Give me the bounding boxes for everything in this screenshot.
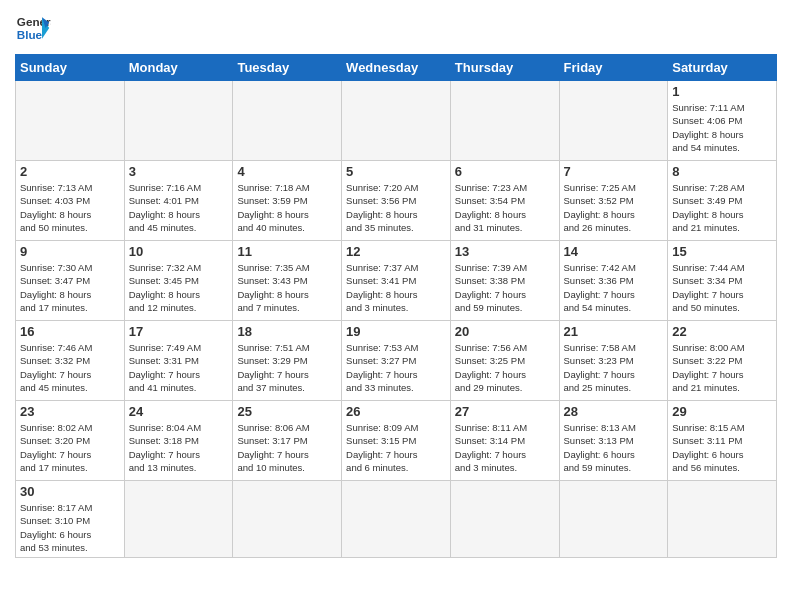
day-number: 8 bbox=[672, 164, 772, 179]
day-info: Sunrise: 7:37 AM Sunset: 3:41 PM Dayligh… bbox=[346, 261, 446, 314]
calendar-cell bbox=[342, 481, 451, 558]
header-sunday: Sunday bbox=[16, 55, 125, 81]
day-number: 21 bbox=[564, 324, 664, 339]
day-number: 6 bbox=[455, 164, 555, 179]
calendar-cell: 21Sunrise: 7:58 AM Sunset: 3:23 PM Dayli… bbox=[559, 321, 668, 401]
day-info: Sunrise: 7:30 AM Sunset: 3:47 PM Dayligh… bbox=[20, 261, 120, 314]
day-info: Sunrise: 8:11 AM Sunset: 3:14 PM Dayligh… bbox=[455, 421, 555, 474]
day-number: 3 bbox=[129, 164, 229, 179]
day-info: Sunrise: 7:32 AM Sunset: 3:45 PM Dayligh… bbox=[129, 261, 229, 314]
day-info: Sunrise: 7:42 AM Sunset: 3:36 PM Dayligh… bbox=[564, 261, 664, 314]
calendar-cell: 28Sunrise: 8:13 AM Sunset: 3:13 PM Dayli… bbox=[559, 401, 668, 481]
day-info: Sunrise: 7:16 AM Sunset: 4:01 PM Dayligh… bbox=[129, 181, 229, 234]
day-number: 30 bbox=[20, 484, 120, 499]
calendar-cell: 24Sunrise: 8:04 AM Sunset: 3:18 PM Dayli… bbox=[124, 401, 233, 481]
svg-text:Blue: Blue bbox=[17, 28, 43, 41]
calendar-cell: 3Sunrise: 7:16 AM Sunset: 4:01 PM Daylig… bbox=[124, 161, 233, 241]
calendar-week-2: 2Sunrise: 7:13 AM Sunset: 4:03 PM Daylig… bbox=[16, 161, 777, 241]
day-info: Sunrise: 8:02 AM Sunset: 3:20 PM Dayligh… bbox=[20, 421, 120, 474]
calendar-cell: 1Sunrise: 7:11 AM Sunset: 4:06 PM Daylig… bbox=[668, 81, 777, 161]
day-info: Sunrise: 7:49 AM Sunset: 3:31 PM Dayligh… bbox=[129, 341, 229, 394]
day-info: Sunrise: 7:35 AM Sunset: 3:43 PM Dayligh… bbox=[237, 261, 337, 314]
calendar-cell: 10Sunrise: 7:32 AM Sunset: 3:45 PM Dayli… bbox=[124, 241, 233, 321]
day-info: Sunrise: 7:51 AM Sunset: 3:29 PM Dayligh… bbox=[237, 341, 337, 394]
calendar-cell: 5Sunrise: 7:20 AM Sunset: 3:56 PM Daylig… bbox=[342, 161, 451, 241]
calendar-cell bbox=[342, 81, 451, 161]
calendar-cell: 15Sunrise: 7:44 AM Sunset: 3:34 PM Dayli… bbox=[668, 241, 777, 321]
day-info: Sunrise: 7:58 AM Sunset: 3:23 PM Dayligh… bbox=[564, 341, 664, 394]
day-number: 15 bbox=[672, 244, 772, 259]
day-info: Sunrise: 7:20 AM Sunset: 3:56 PM Dayligh… bbox=[346, 181, 446, 234]
day-info: Sunrise: 8:00 AM Sunset: 3:22 PM Dayligh… bbox=[672, 341, 772, 394]
calendar-cell bbox=[233, 81, 342, 161]
day-info: Sunrise: 7:18 AM Sunset: 3:59 PM Dayligh… bbox=[237, 181, 337, 234]
day-number: 19 bbox=[346, 324, 446, 339]
calendar-table: SundayMondayTuesdayWednesdayThursdayFrid… bbox=[15, 54, 777, 558]
header-wednesday: Wednesday bbox=[342, 55, 451, 81]
day-info: Sunrise: 7:53 AM Sunset: 3:27 PM Dayligh… bbox=[346, 341, 446, 394]
day-info: Sunrise: 7:56 AM Sunset: 3:25 PM Dayligh… bbox=[455, 341, 555, 394]
calendar-cell bbox=[16, 81, 125, 161]
header-saturday: Saturday bbox=[668, 55, 777, 81]
day-info: Sunrise: 7:39 AM Sunset: 3:38 PM Dayligh… bbox=[455, 261, 555, 314]
day-number: 5 bbox=[346, 164, 446, 179]
day-number: 14 bbox=[564, 244, 664, 259]
calendar-cell: 18Sunrise: 7:51 AM Sunset: 3:29 PM Dayli… bbox=[233, 321, 342, 401]
logo: General Blue bbox=[15, 10, 51, 46]
day-number: 17 bbox=[129, 324, 229, 339]
calendar-cell: 8Sunrise: 7:28 AM Sunset: 3:49 PM Daylig… bbox=[668, 161, 777, 241]
calendar-week-4: 16Sunrise: 7:46 AM Sunset: 3:32 PM Dayli… bbox=[16, 321, 777, 401]
day-number: 9 bbox=[20, 244, 120, 259]
day-info: Sunrise: 7:11 AM Sunset: 4:06 PM Dayligh… bbox=[672, 101, 772, 154]
calendar-cell bbox=[124, 81, 233, 161]
header-tuesday: Tuesday bbox=[233, 55, 342, 81]
calendar-cell: 6Sunrise: 7:23 AM Sunset: 3:54 PM Daylig… bbox=[450, 161, 559, 241]
day-number: 12 bbox=[346, 244, 446, 259]
calendar-cell: 25Sunrise: 8:06 AM Sunset: 3:17 PM Dayli… bbox=[233, 401, 342, 481]
page-header: General Blue bbox=[15, 10, 777, 46]
header-monday: Monday bbox=[124, 55, 233, 81]
day-number: 22 bbox=[672, 324, 772, 339]
calendar-cell: 19Sunrise: 7:53 AM Sunset: 3:27 PM Dayli… bbox=[342, 321, 451, 401]
calendar-week-3: 9Sunrise: 7:30 AM Sunset: 3:47 PM Daylig… bbox=[16, 241, 777, 321]
day-number: 24 bbox=[129, 404, 229, 419]
calendar-cell bbox=[450, 81, 559, 161]
calendar-cell bbox=[233, 481, 342, 558]
day-info: Sunrise: 8:13 AM Sunset: 3:13 PM Dayligh… bbox=[564, 421, 664, 474]
day-number: 13 bbox=[455, 244, 555, 259]
calendar-cell: 9Sunrise: 7:30 AM Sunset: 3:47 PM Daylig… bbox=[16, 241, 125, 321]
day-number: 4 bbox=[237, 164, 337, 179]
calendar-cell: 29Sunrise: 8:15 AM Sunset: 3:11 PM Dayli… bbox=[668, 401, 777, 481]
day-info: Sunrise: 8:17 AM Sunset: 3:10 PM Dayligh… bbox=[20, 501, 120, 554]
calendar-cell: 4Sunrise: 7:18 AM Sunset: 3:59 PM Daylig… bbox=[233, 161, 342, 241]
calendar-cell bbox=[559, 481, 668, 558]
calendar-header-row: SundayMondayTuesdayWednesdayThursdayFrid… bbox=[16, 55, 777, 81]
day-info: Sunrise: 7:13 AM Sunset: 4:03 PM Dayligh… bbox=[20, 181, 120, 234]
day-number: 20 bbox=[455, 324, 555, 339]
calendar-cell: 20Sunrise: 7:56 AM Sunset: 3:25 PM Dayli… bbox=[450, 321, 559, 401]
day-number: 25 bbox=[237, 404, 337, 419]
day-number: 16 bbox=[20, 324, 120, 339]
calendar-week-1: 1Sunrise: 7:11 AM Sunset: 4:06 PM Daylig… bbox=[16, 81, 777, 161]
day-number: 23 bbox=[20, 404, 120, 419]
day-info: Sunrise: 7:46 AM Sunset: 3:32 PM Dayligh… bbox=[20, 341, 120, 394]
calendar-cell bbox=[450, 481, 559, 558]
calendar-cell: 27Sunrise: 8:11 AM Sunset: 3:14 PM Dayli… bbox=[450, 401, 559, 481]
calendar-cell: 17Sunrise: 7:49 AM Sunset: 3:31 PM Dayli… bbox=[124, 321, 233, 401]
calendar-cell: 13Sunrise: 7:39 AM Sunset: 3:38 PM Dayli… bbox=[450, 241, 559, 321]
calendar-cell: 16Sunrise: 7:46 AM Sunset: 3:32 PM Dayli… bbox=[16, 321, 125, 401]
day-number: 29 bbox=[672, 404, 772, 419]
day-info: Sunrise: 7:28 AM Sunset: 3:49 PM Dayligh… bbox=[672, 181, 772, 234]
day-info: Sunrise: 8:09 AM Sunset: 3:15 PM Dayligh… bbox=[346, 421, 446, 474]
calendar-cell bbox=[124, 481, 233, 558]
calendar-week-6: 30Sunrise: 8:17 AM Sunset: 3:10 PM Dayli… bbox=[16, 481, 777, 558]
header-thursday: Thursday bbox=[450, 55, 559, 81]
day-number: 7 bbox=[564, 164, 664, 179]
calendar-cell: 23Sunrise: 8:02 AM Sunset: 3:20 PM Dayli… bbox=[16, 401, 125, 481]
day-info: Sunrise: 8:15 AM Sunset: 3:11 PM Dayligh… bbox=[672, 421, 772, 474]
day-number: 28 bbox=[564, 404, 664, 419]
calendar-week-5: 23Sunrise: 8:02 AM Sunset: 3:20 PM Dayli… bbox=[16, 401, 777, 481]
day-info: Sunrise: 7:25 AM Sunset: 3:52 PM Dayligh… bbox=[564, 181, 664, 234]
calendar-cell: 26Sunrise: 8:09 AM Sunset: 3:15 PM Dayli… bbox=[342, 401, 451, 481]
calendar-cell: 30Sunrise: 8:17 AM Sunset: 3:10 PM Dayli… bbox=[16, 481, 125, 558]
